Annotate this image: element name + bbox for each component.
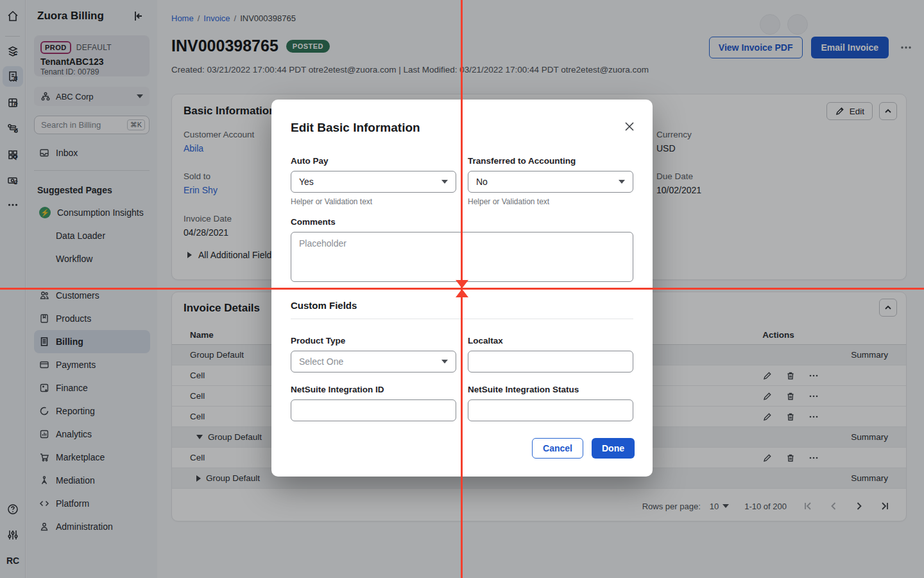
chevron-down-icon [441,180,448,184]
chevron-down-icon [619,180,625,184]
crosshair-arrow-up [456,289,468,297]
chevron-down-icon [441,360,448,363]
transferred-to-accounting-select[interactable]: No [468,171,633,193]
product-type-placeholder: Select One [299,356,343,367]
product-type-select[interactable]: Select One [291,351,456,372]
netsuite-integration-id-label: NetSuite Integration ID [291,385,456,394]
auto-pay-select[interactable]: Yes [291,171,456,193]
done-button[interactable]: Done [592,438,635,459]
transferred-helper-text: Helper or Validation text [468,197,633,206]
modal-title: Edit Basic Information [291,121,420,135]
app-root: C B R Z Q C RC [0,0,924,578]
localtax-label: Localtax [468,336,633,346]
netsuite-integration-status-label: NetSuite Integration Status [468,385,633,394]
cancel-button[interactable]: Cancel [532,438,583,459]
auto-pay-value: Yes [299,177,314,187]
netsuite-integration-id-input[interactable] [291,399,456,421]
close-icon[interactable] [622,119,637,134]
auto-pay-helper-text: Helper or Validation text [291,197,456,206]
transferred-to-accounting-label: Transferred to Accounting [468,156,633,166]
auto-pay-label: Auto Pay [291,156,456,166]
transferred-value: No [476,177,488,187]
crosshair-arrow-down [456,280,468,288]
netsuite-integration-status-input[interactable] [468,399,633,421]
localtax-input[interactable] [468,351,633,372]
product-type-label: Product Type [291,336,456,346]
